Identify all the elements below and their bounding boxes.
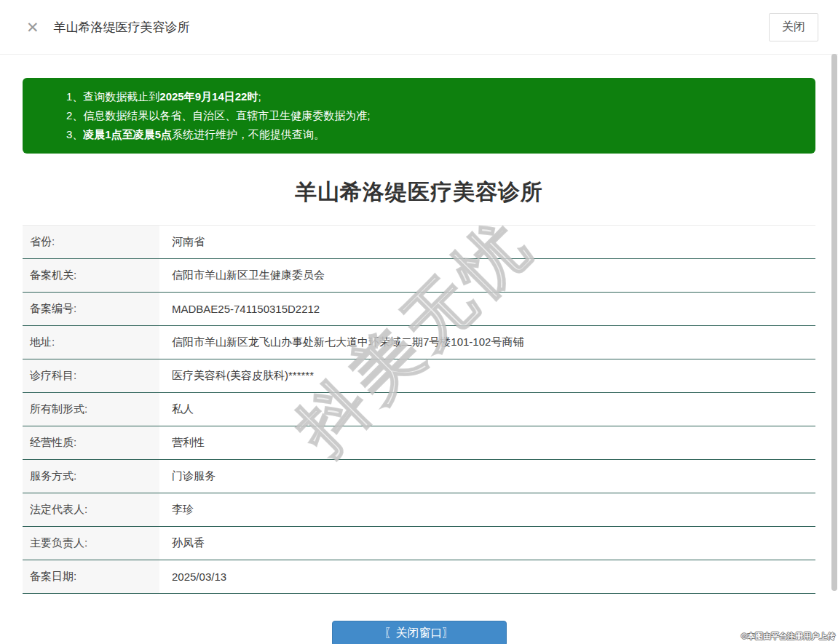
table-row-ownership: 所有制形式: 私人 <box>23 393 815 426</box>
notice-text: 3、 <box>66 128 83 140</box>
row-value: 营利性 <box>159 426 815 459</box>
table-row-service-mode: 服务方式: 门诊服务 <box>23 460 815 493</box>
row-label: 省份: <box>23 226 159 258</box>
table-row-address: 地址: 信阳市羊山新区龙飞山办事处新七大道中环荣域二期7号楼101-102号商铺 <box>23 326 815 359</box>
row-label: 地址: <box>23 326 159 359</box>
table-row-business-nature: 经营性质: 营利性 <box>23 426 815 460</box>
row-label: 经营性质: <box>23 426 159 459</box>
notice-bold-text: 凌晨1点至凌晨5点 <box>83 128 172 140</box>
notice-line: 2、信息数据结果以各省、自治区、直辖市卫生健康委数据为准; <box>66 106 801 125</box>
notice-line: 3、凌晨1点至凌晨5点系统进行维护，不能提供查询。 <box>66 125 801 144</box>
info-table: 省份: 河南省 备案机关: 信阳市羊山新区卫生健康委员会 备案编号: MADBA… <box>23 225 815 594</box>
row-value: 私人 <box>159 393 815 426</box>
row-label: 服务方式: <box>23 460 159 493</box>
table-row-principal: 主要负责人: 孙凤香 <box>23 527 815 560</box>
row-value: 李珍 <box>159 493 815 526</box>
button-area: 〖关闭窗口〗 <box>23 621 815 644</box>
row-value: 医疗美容科(美容皮肤科)****** <box>159 359 815 392</box>
notice-box: 1、查询数据截止到2025年9月14日22时; 2、信息数据结果以各省、自治区、… <box>23 78 815 154</box>
table-row-filing-number: 备案编号: MADBAE25-741150315D2212 <box>23 293 815 326</box>
table-row-filing-date: 备案日期: 2025/03/13 <box>23 560 815 594</box>
row-label: 备案机关: <box>23 259 159 292</box>
notice-text: 1、查询数据截止到 <box>66 90 159 103</box>
row-value: MADBAE25-741150315D2212 <box>159 293 815 325</box>
header: ✕ 羊山希洛缇医疗美容诊所 关闭 <box>0 0 838 55</box>
table-row-legal-representative: 法定代表人: 李珍 <box>23 493 815 527</box>
header-close-button[interactable]: 关闭 <box>769 13 818 41</box>
vertical-scrollbar[interactable] <box>831 54 837 591</box>
page-title: 羊山希洛缇医疗美容诊所 <box>23 178 815 207</box>
upload-credit-text: ©本图由平台注册用户上传 <box>741 631 835 642</box>
row-label: 法定代表人: <box>23 493 159 526</box>
main-content: 1、查询数据截止到2025年9月14日22时; 2、信息数据结果以各省、自治区、… <box>0 78 838 644</box>
notice-bold-text: 2025年9月14日22时 <box>159 90 258 103</box>
notice-text: 系统进行维护，不能提供查询。 <box>172 128 325 140</box>
table-row-province: 省份: 河南省 <box>23 226 815 259</box>
row-value: 信阳市羊山新区卫生健康委员会 <box>159 259 815 292</box>
close-x-icon[interactable]: ✕ <box>26 20 39 35</box>
row-value: 门诊服务 <box>159 460 815 493</box>
header-title: 羊山希洛缇医疗美容诊所 <box>54 19 769 36</box>
row-label: 诊疗科目: <box>23 359 159 392</box>
notice-text: 2、信息数据结果以各省、自治区、直辖市卫生健康委数据为准; <box>66 109 371 122</box>
row-value: 信阳市羊山新区龙飞山办事处新七大道中环荣域二期7号楼101-102号商铺 <box>159 326 815 359</box>
row-label: 所有制形式: <box>23 393 159 426</box>
table-row-medical-subjects: 诊疗科目: 医疗美容科(美容皮肤科)****** <box>23 359 815 393</box>
row-label: 备案编号: <box>23 293 159 325</box>
row-value: 河南省 <box>159 226 815 258</box>
notice-line: 1、查询数据截止到2025年9月14日22时; <box>66 87 801 106</box>
close-window-button[interactable]: 〖关闭窗口〗 <box>332 621 507 644</box>
table-row-filing-authority: 备案机关: 信阳市羊山新区卫生健康委员会 <box>23 259 815 293</box>
row-value: 2025/03/13 <box>159 560 815 593</box>
notice-text: ; <box>258 90 261 103</box>
row-label: 备案日期: <box>23 560 159 593</box>
row-value: 孙凤香 <box>159 527 815 560</box>
row-label: 主要负责人: <box>23 527 159 560</box>
